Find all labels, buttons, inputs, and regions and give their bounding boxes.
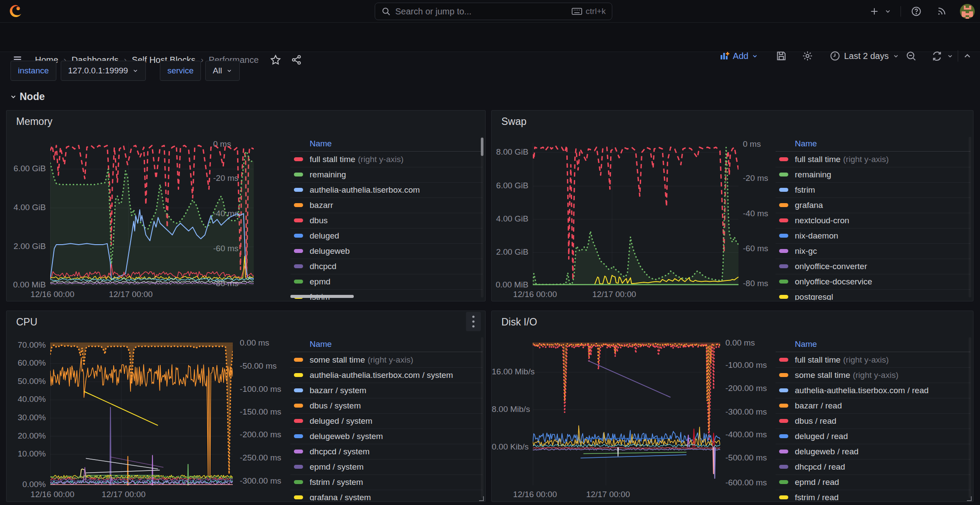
variable-instance-select[interactable]: 127.0.0.1:19999 [61, 61, 146, 81]
x-axis-tick: 12/16 00:00 [31, 290, 74, 299]
legend-item[interactable]: remaining [776, 167, 970, 183]
zoom-out-icon[interactable] [905, 50, 917, 62]
legend-item-label: dhcpcd [310, 262, 336, 271]
legend-item[interactable]: some stall time(right y-axis) [290, 352, 483, 368]
y-axis-tick-left: 6.00 GiB [7, 164, 46, 173]
new-chevron-down-icon[interactable] [883, 4, 893, 18]
legend-item-label: dbus / read [795, 416, 836, 426]
legend-item[interactable]: onlyoffice-converter [776, 259, 970, 274]
new-button[interactable] [867, 4, 881, 18]
panel-menu-kebab[interactable] [466, 312, 481, 331]
grafana-logo[interactable] [8, 3, 24, 19]
legend-header-name[interactable]: Name [776, 336, 970, 352]
legend-hscrollbar-thumb[interactable] [290, 295, 354, 298]
time-series-plot[interactable] [533, 342, 720, 485]
user-avatar[interactable] [960, 4, 975, 19]
legend-item[interactable]: bazarr [290, 197, 483, 213]
legend-item[interactable]: grafana [776, 197, 970, 213]
dashboard-settings-icon[interactable] [802, 50, 813, 62]
legend-item[interactable]: fstrim / read [776, 490, 970, 501]
legend-item[interactable]: remaining [290, 167, 483, 183]
legend-scrollbar-thumb[interactable] [481, 138, 483, 156]
legend-header-name[interactable]: Name [290, 136, 483, 152]
legend-scrollbar-track[interactable] [969, 137, 971, 297]
refresh-icon[interactable] [932, 51, 942, 62]
legend-header-name[interactable]: Name [776, 136, 970, 152]
panel-title[interactable]: Swap [501, 116, 527, 128]
panel-title[interactable]: CPU [16, 316, 38, 328]
legend-item[interactable]: deluged [290, 228, 483, 244]
y-axis-tick-left: 70.00% [7, 340, 46, 350]
legend-item[interactable]: deluged / system [290, 413, 483, 429]
y-axis-tick-left: 20.00% [7, 431, 46, 441]
time-series-plot[interactable] [50, 143, 254, 285]
legend-header-name[interactable]: Name [290, 336, 483, 352]
refresh-interval-chevron-icon[interactable] [947, 53, 953, 59]
legend-item[interactable]: some stall time(right y-axis) [776, 367, 970, 383]
legend-item[interactable]: full stall time(right y-axis) [776, 352, 970, 368]
legend-item[interactable]: postgresql [776, 289, 970, 300]
legend-item[interactable]: dbus / read [776, 413, 970, 429]
legend-item-label: delugeweb [310, 246, 350, 256]
series-color-swatch [779, 218, 788, 222]
panel-resize-handle[interactable] [966, 495, 972, 500]
legend-item[interactable]: nextcloud-cron [776, 213, 970, 228]
legend-item[interactable]: onlyoffice-docservice [776, 274, 970, 290]
legend-item[interactable]: bazarr / system [290, 383, 483, 398]
legend-item[interactable]: epmd / read [776, 474, 970, 490]
time-series-plot[interactable] [533, 143, 738, 285]
legend-item[interactable]: delugeweb / system [290, 429, 483, 444]
time-series-plot[interactable] [50, 342, 233, 485]
y-axis-tick-right: -100.00 ms [725, 360, 767, 370]
legend-item[interactable]: authelia-authelia.tiserbox.com / system [290, 367, 483, 383]
series-color-swatch [294, 404, 303, 408]
add-button[interactable]: Add [717, 51, 761, 61]
help-icon[interactable] [909, 4, 923, 18]
legend-item[interactable]: dhcpcd / system [290, 444, 483, 460]
legend-item[interactable]: authelia-authelia.tiserbox.com / read [776, 383, 970, 398]
legend-item[interactable]: nix-gc [776, 243, 970, 259]
share-icon[interactable] [291, 54, 302, 66]
series-color-swatch [779, 264, 788, 268]
legend-item-label: onlyoffice-converter [795, 262, 867, 271]
legend-item[interactable]: fstrim / system [290, 474, 483, 490]
favorite-star-icon[interactable] [270, 54, 281, 66]
legend-item[interactable]: full stall time(right y-axis) [290, 152, 483, 167]
legend-item-label: dbus / system [310, 401, 361, 411]
legend-item[interactable]: dhcpcd [290, 259, 483, 274]
legend-item[interactable]: fstrim [776, 182, 970, 198]
legend-item[interactable]: full stall time(right y-axis) [776, 152, 970, 167]
legend-item[interactable]: delugeweb [290, 243, 483, 259]
legend-scrollbar-track[interactable] [481, 337, 483, 498]
legend-item[interactable]: deluged / read [776, 429, 970, 444]
panel-resize-handle[interactable] [479, 495, 484, 500]
y-axis-tick-right: 0.00 ms [240, 338, 269, 348]
legend-item[interactable]: dhcpcd / read [776, 459, 970, 475]
panel-title[interactable]: Disk I/O [501, 316, 537, 328]
series-color-swatch [294, 419, 303, 423]
panel-title[interactable]: Memory [16, 116, 52, 128]
row-node[interactable]: Node [10, 91, 45, 103]
legend-item[interactable]: epmd [290, 274, 483, 290]
series-color-swatch [779, 203, 788, 207]
legend-item[interactable]: epmd / system [290, 459, 483, 475]
legend-item[interactable]: nix-daemon [776, 228, 970, 244]
news-rss-icon[interactable] [935, 4, 949, 18]
search-input[interactable]: Search or jump to... ctrl+k [375, 3, 612, 20]
legend-item[interactable]: authelia-authelia.tiserbox.com [290, 182, 483, 198]
legend-item[interactable]: bazarr / read [776, 398, 970, 414]
legend-item[interactable]: delugeweb / read [776, 444, 970, 460]
collapse-toolbar-caret-icon[interactable] [963, 51, 972, 61]
legend-scrollbar-track[interactable] [969, 337, 971, 498]
legend-item[interactable]: dbus [290, 213, 483, 228]
series-color-swatch [779, 450, 788, 453]
legend-scrollbar-track[interactable] [481, 137, 483, 297]
series-color-swatch [779, 280, 788, 284]
time-range-picker[interactable]: Last 2 days [828, 51, 901, 61]
save-dashboard-icon[interactable] [776, 50, 787, 62]
x-axis-tick: 12/17 00:00 [109, 290, 152, 299]
series-color-swatch [294, 480, 303, 484]
legend-item[interactable]: grafana / system [290, 490, 483, 501]
legend-item[interactable]: dbus / system [290, 398, 483, 414]
variable-service-select[interactable]: All [205, 61, 240, 81]
